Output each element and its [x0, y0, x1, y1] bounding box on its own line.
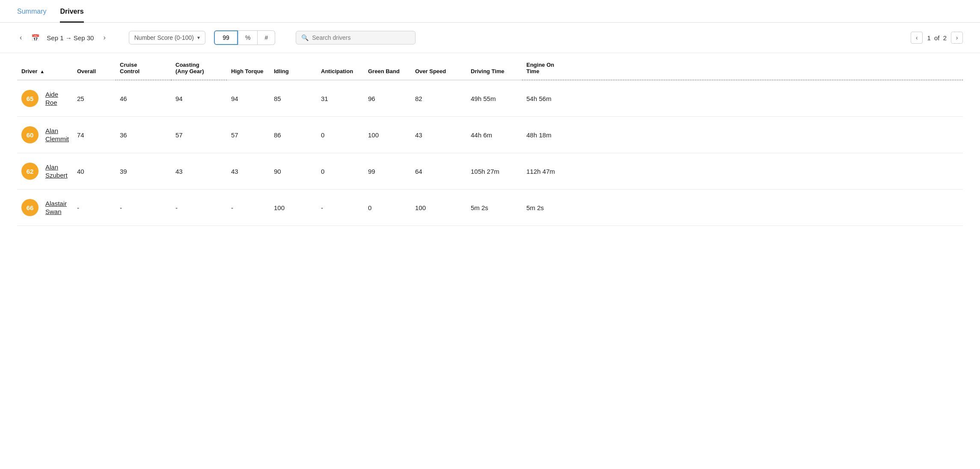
- over-speed-0: 82: [411, 80, 466, 117]
- coasting-0: 94: [171, 80, 227, 117]
- table-header-row: Driver ▲ Overall CruiseControl Coasting(…: [17, 53, 963, 80]
- score-dropdown-label: Number Score (0-100): [134, 34, 194, 41]
- over-speed-2: 64: [411, 153, 466, 190]
- green-band-0: 96: [364, 80, 411, 117]
- hash-button[interactable]: #: [258, 30, 275, 45]
- driving-time-1: 44h 6m: [466, 117, 522, 153]
- driving-time-2: 105h 27m: [466, 153, 522, 190]
- score-buttons: % #: [214, 30, 275, 45]
- page-current: 1: [927, 34, 930, 42]
- page-separator: of: [934, 34, 940, 42]
- high-torque-0: 94: [227, 80, 270, 117]
- green-band-2: 99: [364, 153, 411, 190]
- score-badge-0: 65: [21, 90, 39, 107]
- cruise-control-1: 36: [116, 117, 171, 153]
- engine-on-time-2: 112h 47m: [522, 153, 963, 190]
- col-green-band[interactable]: Green Band: [364, 53, 411, 80]
- idling-3: 100: [270, 190, 317, 226]
- idling-2: 90: [270, 153, 317, 190]
- cruise-control-2: 39: [116, 153, 171, 190]
- page-label: 1 of 2: [927, 34, 947, 42]
- search-input[interactable]: [312, 34, 410, 41]
- engine-on-time-1: 48h 18m: [522, 117, 963, 153]
- green-band-3: 0: [364, 190, 411, 226]
- driver-cell-3: 66 Alastair Swan: [17, 190, 73, 226]
- driver-cell-2: 62 Alan Szubert: [17, 153, 73, 190]
- anticipation-2: 0: [317, 153, 364, 190]
- col-over-speed[interactable]: Over Speed: [411, 53, 466, 80]
- high-torque-1: 57: [227, 117, 270, 153]
- cruise-control-0: 46: [116, 80, 171, 117]
- anticipation-0: 31: [317, 80, 364, 117]
- tabs-bar: Summary Drivers: [0, 0, 980, 23]
- col-driver[interactable]: Driver ▲: [17, 53, 73, 80]
- anticipation-1: 0: [317, 117, 364, 153]
- score-value-input[interactable]: [214, 30, 238, 45]
- col-driving-time[interactable]: Driving Time: [466, 53, 522, 80]
- coasting-3: -: [171, 190, 227, 226]
- table-row: 60 Alan Clemmit 74 36 57 57 86 0 100 43 …: [17, 117, 963, 153]
- date-range-label: Sep 1 → Sep 30: [47, 34, 94, 42]
- page-total: 2: [943, 34, 947, 42]
- col-overall[interactable]: Overall: [73, 53, 116, 80]
- engine-on-time-0: 54h 56m: [522, 80, 963, 117]
- col-coasting[interactable]: Coasting(Any Gear): [171, 53, 227, 80]
- chevron-down-icon: ▾: [197, 35, 200, 41]
- table-row: 66 Alastair Swan - - - - 100 - 0 100 5m …: [17, 190, 963, 226]
- tab-summary[interactable]: Summary: [17, 8, 46, 23]
- date-next-button[interactable]: ›: [101, 32, 108, 43]
- coasting-1: 57: [171, 117, 227, 153]
- driving-time-3: 5m 2s: [466, 190, 522, 226]
- overall-2: 40: [73, 153, 116, 190]
- date-prev-button[interactable]: ‹: [17, 32, 24, 43]
- page-prev-button[interactable]: ‹: [911, 32, 923, 44]
- col-anticipation[interactable]: Anticipation: [317, 53, 364, 80]
- score-badge-1: 60: [21, 126, 39, 143]
- over-speed-3: 100: [411, 190, 466, 226]
- high-torque-2: 43: [227, 153, 270, 190]
- idling-0: 85: [270, 80, 317, 117]
- green-band-1: 100: [364, 117, 411, 153]
- search-icon: 🔍: [301, 34, 309, 41]
- col-idling[interactable]: Idling: [270, 53, 317, 80]
- anticipation-3: -: [317, 190, 364, 226]
- search-container: 🔍: [296, 31, 416, 45]
- high-torque-3: -: [227, 190, 270, 226]
- overall-3: -: [73, 190, 116, 226]
- col-high-torque[interactable]: High Torque: [227, 53, 270, 80]
- toolbar: ‹ 📅 Sep 1 → Sep 30 › Number Score (0-100…: [0, 23, 980, 53]
- driver-cell-1: 60 Alan Clemmit: [17, 117, 73, 153]
- score-dropdown[interactable]: Number Score (0-100) ▾: [129, 31, 205, 45]
- overall-1: 74: [73, 117, 116, 153]
- drivers-table: Driver ▲ Overall CruiseControl Coasting(…: [17, 53, 963, 226]
- pagination: ‹ 1 of 2 ›: [911, 32, 963, 44]
- driver-cell-0: 65 Aide Roe: [17, 80, 73, 117]
- table-row: 62 Alan Szubert 40 39 43 43 90 0 99 64 1…: [17, 153, 963, 190]
- driver-name-0[interactable]: Aide Roe: [45, 90, 68, 107]
- idling-1: 86: [270, 117, 317, 153]
- calendar-icon: 📅: [31, 34, 40, 42]
- coasting-2: 43: [171, 153, 227, 190]
- engine-on-time-3: 5m 2s: [522, 190, 963, 226]
- cruise-control-3: -: [116, 190, 171, 226]
- tab-drivers[interactable]: Drivers: [60, 8, 83, 23]
- col-cruise-control[interactable]: CruiseControl: [116, 53, 171, 80]
- page-next-button[interactable]: ›: [951, 32, 963, 44]
- score-badge-3: 66: [21, 199, 39, 216]
- table-row: 65 Aide Roe 25 46 94 94 85 31 96 82 49h …: [17, 80, 963, 117]
- driving-time-0: 49h 55m: [466, 80, 522, 117]
- driver-name-2[interactable]: Alan Szubert: [45, 163, 68, 180]
- score-badge-2: 62: [21, 163, 39, 180]
- driver-name-3[interactable]: Alastair Swan: [45, 199, 68, 216]
- drivers-table-container: Driver ▲ Overall CruiseControl Coasting(…: [0, 53, 980, 226]
- driver-name-1[interactable]: Alan Clemmit: [45, 127, 69, 143]
- over-speed-1: 43: [411, 117, 466, 153]
- overall-0: 25: [73, 80, 116, 117]
- col-engine-on-time[interactable]: Engine OnTime: [522, 53, 963, 80]
- percent-button[interactable]: %: [238, 30, 258, 45]
